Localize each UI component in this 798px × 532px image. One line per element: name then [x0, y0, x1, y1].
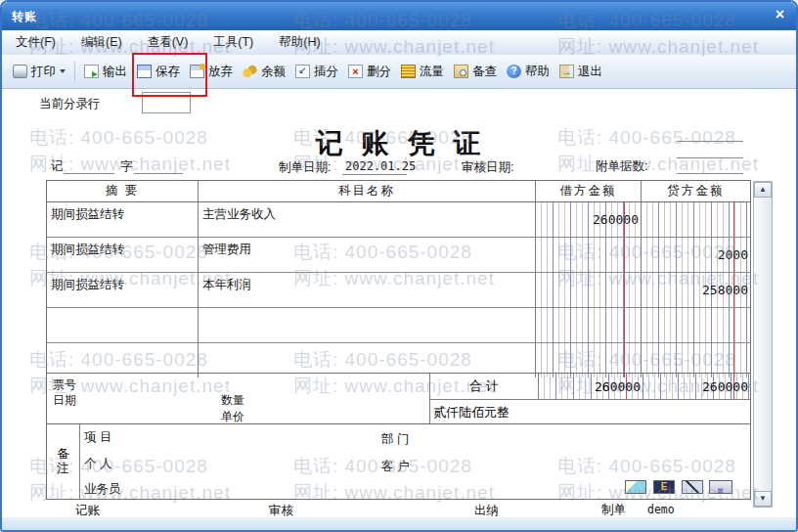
- total-credit-cell: 260000: [643, 374, 750, 400]
- export-icon: [84, 65, 99, 78]
- department-label: 部 门: [381, 431, 409, 448]
- insert-split-icon: ↙: [295, 65, 310, 78]
- balance-coins-icon: [243, 65, 257, 78]
- person-label: 个 人: [84, 456, 111, 472]
- row1-summary[interactable]: 期间损益结转: [47, 202, 199, 237]
- row1-debit[interactable]: 260000: [536, 202, 642, 237]
- grid-header-row: 摘 要 科目名称 借方金额 贷方金额: [47, 181, 750, 202]
- row1-credit[interactable]: [642, 202, 750, 237]
- lookup-folder-icon: [454, 65, 468, 78]
- discard-label: 放弃: [208, 64, 233, 80]
- cash-register-icon[interactable]: E: [653, 480, 675, 494]
- row3-account[interactable]: 本年利润: [199, 273, 536, 307]
- lookup-button[interactable]: 备查: [449, 61, 502, 83]
- menu-edit[interactable]: 编辑(E): [81, 34, 122, 51]
- attach-count-label: 附单据数:: [596, 158, 647, 175]
- scroll-up-icon[interactable]: ▲: [754, 182, 772, 198]
- row2-account[interactable]: 管理费用: [199, 238, 536, 272]
- exit-button[interactable]: → 退出: [554, 61, 607, 83]
- export-label: 输出: [103, 64, 127, 80]
- title-bar[interactable]: 转账 ×: [2, 2, 796, 30]
- table-row: 期间损益结转 管理费用 2000: [47, 238, 750, 273]
- menu-help[interactable]: 帮助(H): [279, 34, 320, 51]
- ticket-date-label: 日期: [53, 392, 76, 409]
- window-title: 转账: [12, 9, 37, 25]
- row3-credit[interactable]: 258000: [642, 273, 750, 307]
- flow-label: 流量: [420, 64, 444, 80]
- row2-credit[interactable]: 2000: [642, 238, 750, 272]
- made-date-label: 制单日期:: [279, 159, 331, 176]
- voucher-word-suffix: 字: [120, 158, 133, 175]
- flow-icon: [401, 65, 416, 78]
- delete-split-label: 删分: [367, 64, 391, 80]
- help-icon: ?: [507, 65, 521, 78]
- row3-debit[interactable]: [536, 273, 642, 307]
- audit-date-label: 审核日期:: [462, 159, 513, 176]
- save-highlight-box: [132, 53, 207, 97]
- close-icon[interactable]: ×: [776, 6, 784, 23]
- voucher-no-line1: [677, 141, 743, 142]
- header-account: 科目名称: [199, 181, 536, 201]
- customer-label: 客 户: [381, 459, 409, 475]
- voucher-word-line1: [64, 173, 114, 174]
- amount-in-words: 贰仟陆佰元整: [430, 400, 750, 423]
- row4-credit[interactable]: [642, 308, 750, 342]
- collapse-icon[interactable]: »: [709, 480, 732, 494]
- ticket-no-label: 票号: [53, 377, 76, 393]
- voucher-title: 记 账 凭 证: [281, 125, 521, 162]
- export-button[interactable]: 输出: [79, 61, 132, 83]
- ticket-area: 票号 日期 数量 单价: [47, 374, 430, 423]
- chevron-down-icon[interactable]: [60, 69, 66, 73]
- transfer-voucher-window: 转账 × 文件(F) 编辑(E) 查看(V) 工具(T) 帮助(H) 打印 输出…: [0, 0, 798, 532]
- row4-account[interactable]: [199, 308, 536, 342]
- status-strip: [2, 517, 796, 530]
- salesman-label: 业务员: [84, 481, 121, 498]
- scroll-down-icon[interactable]: ▼: [754, 491, 772, 507]
- row2-debit[interactable]: [536, 238, 642, 272]
- made-date-underline: [342, 174, 407, 175]
- menu-view[interactable]: 查看(V): [148, 34, 189, 51]
- flow-button[interactable]: 流量: [396, 61, 449, 83]
- maker-name: demo: [647, 503, 675, 516]
- quantity-label: 数量: [221, 392, 244, 409]
- insert-split-label: 插分: [314, 64, 338, 80]
- help-button[interactable]: ? 帮助: [502, 61, 554, 83]
- made-by-label: 制单: [601, 502, 626, 518]
- voucher-word-line2: [134, 173, 183, 174]
- delete-split-icon: ×: [348, 65, 363, 78]
- row1-account[interactable]: 主营业务收入: [199, 202, 536, 237]
- row4-summary[interactable]: [47, 308, 199, 342]
- header-summary: 摘 要: [47, 181, 199, 201]
- toolbar-divider: [74, 62, 75, 81]
- note-label-cell: 备注: [47, 424, 80, 499]
- voucher-grid: 摘 要 科目名称 借方金额 贷方金额 期间损益结转 主营业务收入 260000 …: [46, 180, 751, 374]
- balance-button[interactable]: 余额: [238, 61, 290, 83]
- total-label-cell: 合 计: [430, 374, 539, 400]
- delete-split-button[interactable]: × 删分: [343, 61, 396, 83]
- totals-section: 票号 日期 数量 单价 合 计 260000 260000 贰仟陆佰元整: [46, 373, 751, 424]
- voucher-no-line2: [677, 157, 743, 158]
- exit-label: 退出: [578, 64, 602, 80]
- made-date-value: 2022.01.25: [345, 159, 416, 173]
- menu-file[interactable]: 文件(F): [16, 34, 56, 51]
- signature-pen-icon[interactable]: [682, 480, 703, 494]
- menu-bar: 文件(F) 编辑(E) 查看(V) 工具(T) 帮助(H): [2, 30, 796, 55]
- vertical-scrollbar[interactable]: ▲ ▼: [753, 181, 773, 508]
- toolbar: 打印 输出 保存 放弃 余额 ↙ 插分 × 删分 流量: [2, 55, 796, 89]
- voucher-word-prefix: 记: [51, 158, 64, 175]
- row2-summary[interactable]: 期间损益结转: [47, 238, 199, 272]
- help-label: 帮助: [525, 64, 550, 80]
- current-entry-row-label: 当前分录行: [39, 96, 101, 112]
- total-debit-cell: 260000: [539, 374, 643, 400]
- print-button[interactable]: 打印: [8, 61, 70, 83]
- exit-door-icon: →: [559, 65, 574, 78]
- insert-split-button[interactable]: ↙ 插分: [290, 61, 343, 83]
- balance-label: 余额: [261, 64, 286, 80]
- row4-debit[interactable]: [536, 308, 642, 342]
- printer-icon: [13, 65, 27, 78]
- picture-icon[interactable]: [625, 480, 646, 494]
- table-row: 期间损益结转 本年利润 258000: [47, 273, 750, 308]
- lookup-label: 备查: [472, 64, 497, 80]
- row3-summary[interactable]: 期间损益结转: [47, 273, 199, 307]
- menu-tools[interactable]: 工具(T): [213, 34, 253, 51]
